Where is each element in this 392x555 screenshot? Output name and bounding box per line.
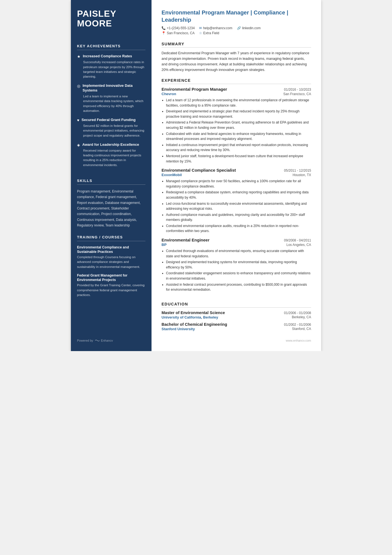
training-title: Federal Grant Management for Environment… [77, 273, 145, 282]
bullet-item: Authored compliance manuals and guidelin… [166, 212, 311, 223]
training-item: Federal Grant Management for Environment… [77, 273, 145, 297]
bullet-item: Coordinated stakeholder engagement sessi… [166, 271, 311, 281]
diamond-icon: ◈ [77, 143, 80, 147]
heart-icon: ♥ [77, 118, 79, 122]
bullet-item: Redesigned a compliance database system,… [166, 190, 311, 200]
bullet-item: Mentored junior staff, fostering a devel… [166, 154, 311, 164]
training-desc: Provided by the Grant Training Center, c… [77, 283, 145, 297]
skills-text: Program management, Environmental compli… [77, 189, 145, 228]
company-name: ExxonMobil [162, 173, 182, 177]
contact-linkedin: 🔗 linkedin.com [237, 26, 261, 30]
edu-dates: 01/2002 - 01/2006 [284, 323, 311, 327]
footer-url: www.enhancv.com [286, 339, 311, 342]
bullet-item: Initiated a continuous improvement proje… [166, 142, 311, 153]
bullet-item: Led a team of 12 professionals in overse… [166, 98, 311, 108]
achievement-desc: Received internal company award for lead… [77, 148, 145, 167]
education-entry: Bachelor of Chemical Engineering 01/2002… [162, 322, 311, 334]
enhancv-logo: Enhancv [95, 339, 113, 342]
job-bullets: Managed compliance projects for over 50 … [162, 179, 311, 234]
sidebar: PAISLEY MOORE KEY ACHIEVEMENTS ★ Increas… [71, 0, 152, 351]
achievement-title: Secured Federal Grant Funding [81, 118, 135, 122]
company-name: BP [162, 243, 167, 247]
bullet-item: Administered a Federal Release Preventio… [166, 120, 311, 130]
bullet-item: Managed compliance projects for over 50 … [166, 179, 311, 189]
experience-section-title: EXPERIENCE [162, 78, 311, 84]
star-outline-icon: ☆ [199, 31, 202, 35]
achievement-title: Award for Leadership Excellence [82, 142, 139, 147]
job-title: Environmental Program Manager [162, 87, 227, 92]
edu-school: Stanford University [162, 327, 195, 331]
edu-degree: Bachelor of Chemical Engineering [162, 322, 227, 327]
bullet-item: Developed and implemented a strategic pl… [166, 109, 311, 119]
skills-section-title: SKILLS [77, 179, 145, 185]
summary-text: Dedicated Environmental Program Manager … [162, 50, 311, 73]
contact-row: 📞 +1-(234)-555-1234 ✉ help@enhancv.com 🔗… [162, 26, 311, 30]
edu-location: Berkeley, CA [292, 315, 311, 319]
job-dates: 01/2016 - 10/2023 [284, 88, 311, 92]
star-icon: ★ [77, 54, 81, 59]
bullet-item: Designed and implemented tracking system… [166, 260, 311, 270]
location-icon: 📍 [162, 31, 166, 35]
phone-icon: 📞 [162, 26, 166, 30]
experience-entry: Environmental Engineer 09/2008 - 04/2011… [162, 238, 311, 296]
main-header-title: Environmental Program Manager | Complian… [162, 9, 311, 23]
achievement-item: ★ Increased Compliance Rates Successfull… [77, 54, 145, 79]
achievements-list: ★ Increased Compliance Rates Successfull… [77, 54, 145, 172]
education-entry: Master of Environmental Science 01/2006 … [162, 310, 311, 322]
summary-section-title: SUMMARY [162, 42, 311, 48]
edu-school: University of California, Berkeley [162, 315, 218, 319]
bullet-item: Conducted thorough evaluations of enviro… [166, 248, 311, 259]
bullet-item: Assisted in federal contract procurement… [166, 282, 311, 292]
edu-dates: 01/2006 - 01/2008 [284, 311, 311, 315]
experience-entry: Environmental Compliance Specialist 05/2… [162, 168, 311, 238]
job-location: San Francisco, CA [283, 92, 311, 96]
training-list: Environmental Compliance and Sustainable… [77, 245, 145, 302]
training-title: Environmental Compliance and Sustainable… [77, 245, 145, 254]
achievement-desc: Successfully increased compliance rates … [77, 60, 145, 79]
achievement-desc: Led a team to implement a new environmen… [77, 94, 145, 113]
main-footer: www.enhancv.com [162, 334, 311, 342]
linkedin-icon: 🔗 [237, 26, 241, 30]
powered-by-label: Powered by [77, 339, 93, 342]
achievement-item: ◎ Implemented Innovative Data Systems Le… [77, 83, 145, 113]
job-dates: 09/2008 - 04/2011 [284, 238, 311, 242]
contact-email: ✉ help@enhancv.com [199, 26, 232, 30]
achievement-item: ◈ Award for Leadership Excellence Receiv… [77, 142, 145, 167]
job-location: Houston, TX [293, 173, 311, 177]
circle-icon: ◎ [77, 84, 80, 88]
main-content: Environmental Program Manager | Complian… [152, 0, 321, 351]
job-location: Los Angeles, CA [286, 243, 311, 247]
achievement-desc: Secured $2 million in federal grants for… [77, 124, 145, 138]
bullet-item: Collaborated with state and federal agen… [166, 131, 311, 142]
bullet-item: Conducted environmental compliance audit… [166, 223, 311, 234]
resume-container: PAISLEY MOORE KEY ACHIEVEMENTS ★ Increas… [71, 0, 321, 351]
experience-entry: Environmental Program Manager 01/2016 - … [162, 87, 311, 168]
job-dates: 05/2011 - 12/2015 [284, 169, 311, 172]
job-bullets: Conducted thorough evaluations of enviro… [162, 248, 311, 292]
company-name: Chevron [162, 92, 176, 96]
candidate-name: PAISLEY MOORE [77, 9, 145, 28]
education-section-title: EDUCATION [162, 302, 311, 308]
job-title: Environmental Compliance Specialist [162, 168, 236, 172]
email-icon: ✉ [199, 26, 202, 30]
training-item: Environmental Compliance and Sustainable… [77, 245, 145, 269]
contact-row-2: 📍 San Francisco, CA ☆ Extra Field [162, 31, 311, 35]
contact-extra: ☆ Extra Field [199, 31, 219, 35]
contact-location: 📍 San Francisco, CA [162, 31, 195, 35]
achievement-title: Implemented Innovative Data Systems [83, 83, 145, 93]
job-title: Environmental Engineer [162, 238, 210, 242]
training-section-title: TRAINING / COURSES [77, 235, 145, 241]
achievements-section-title: KEY ACHIEVEMENTS [77, 44, 145, 50]
contact-phone: 📞 +1-(234)-555-1234 [162, 26, 195, 30]
training-desc: Completed through Coursera focusing on a… [77, 255, 145, 269]
job-bullets: Led a team of 12 professionals in overse… [162, 98, 311, 164]
edu-degree: Master of Environmental Science [162, 310, 225, 315]
achievement-title: Increased Compliance Rates [83, 54, 132, 59]
achievement-item: ♥ Secured Federal Grant Funding Secured … [77, 118, 145, 138]
bullet-item: Led cross-functional teams to successful… [166, 201, 311, 211]
sidebar-footer: Powered by Enhancv [77, 332, 145, 342]
edu-location: Stanford, CA [292, 327, 311, 331]
